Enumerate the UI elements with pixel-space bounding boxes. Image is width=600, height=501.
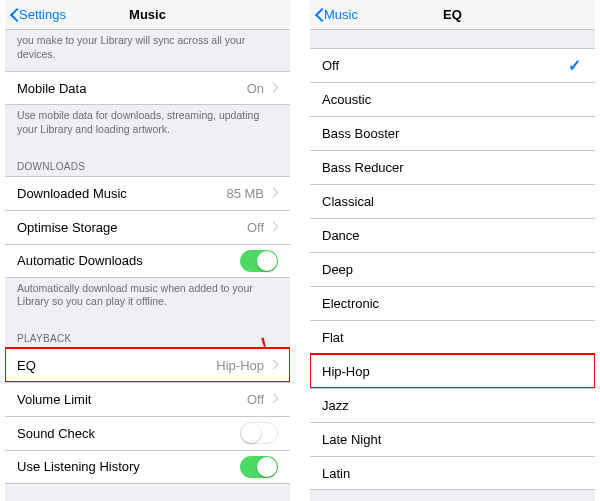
downloaded-music-row[interactable]: Downloaded Music 85 MB [5,176,290,210]
eq-label: EQ [17,358,216,373]
sound-check-label: Sound Check [17,426,240,441]
downloaded-music-label: Downloaded Music [17,186,226,201]
auto-downloads-label: Automatic Downloads [17,253,240,268]
eq-option-label: Deep [322,262,583,277]
icloud-footer: you make to your Library will sync acros… [5,30,290,71]
chevron-right-icon [270,187,278,199]
page-title: EQ [443,7,462,22]
chevron-right-icon [270,359,278,371]
back-label: Settings [19,7,66,22]
nav-bar: Settings Music [5,0,290,30]
chevron-right-icon [270,82,278,94]
eq-option-label: Bass Booster [322,126,583,141]
optimise-storage-row[interactable]: Optimise Storage Off [5,210,290,244]
eq-option-row[interactable]: Classical [310,184,595,218]
eq-option-row[interactable]: Bass Reducer [310,150,595,184]
eq-option-label: Off [322,58,568,73]
eq-option-row[interactable]: Hip-Hop [310,354,595,388]
eq-option-row[interactable]: Dance [310,218,595,252]
eq-option-label: Classical [322,194,583,209]
eq-option-row[interactable]: Jazz [310,388,595,422]
auto-downloads-toggle[interactable] [240,250,278,272]
eq-option-label: Hip-Hop [322,364,583,379]
eq-option-label: Electronic [322,296,583,311]
eq-option-row[interactable]: Flat [310,320,595,354]
eq-option-label: Flat [322,330,583,345]
page-title: Music [129,7,166,22]
eq-option-row[interactable]: Bass Booster [310,116,595,150]
mobile-data-value: On [247,81,264,96]
eq-value: Hip-Hop [216,358,264,373]
eq-option-label: Bass Reducer [322,160,583,175]
checkmark-icon: ✓ [568,56,583,75]
eq-option-label: Dance [322,228,583,243]
chevron-left-icon [9,7,19,23]
eq-row[interactable]: EQ Hip-Hop [5,348,290,382]
optimise-value: Off [247,220,264,235]
mobile-data-footer: Use mobile data for downloads, streaming… [5,105,290,146]
listening-history-toggle[interactable] [240,456,278,478]
eq-option-label: Latin [322,466,583,481]
sound-check-row[interactable]: Sound Check [5,416,290,450]
back-button[interactable]: Music [310,7,358,23]
auto-downloads-row[interactable]: Automatic Downloads [5,244,290,278]
chevron-right-icon [270,393,278,405]
nav-bar: Music EQ [310,0,595,30]
eq-option-row[interactable]: Off✓ [310,48,595,82]
listening-history-row[interactable]: Use Listening History [5,450,290,484]
eq-option-row[interactable]: Electronic [310,286,595,320]
back-button[interactable]: Settings [5,7,66,23]
eq-option-row[interactable]: Late Night [310,422,595,456]
volume-limit-label: Volume Limit [17,392,247,407]
downloads-header: DOWNLOADS [5,147,290,176]
eq-settings-screen: Music EQ ➘ Off✓AcousticBass BoosterBass … [310,0,595,501]
music-settings-screen: Settings Music you make to your Library … [5,0,290,501]
volume-limit-row[interactable]: Volume Limit Off [5,382,290,416]
listening-history-label: Use Listening History [17,459,240,474]
section-spacer [310,30,595,48]
auto-downloads-footer: Automatically download music when added … [5,278,290,319]
playback-header: PLAYBACK [5,319,290,348]
downloaded-music-value: 85 MB [226,186,264,201]
eq-options-list: Off✓AcousticBass BoosterBass ReducerClas… [310,48,595,490]
eq-option-label: Jazz [322,398,583,413]
eq-option-label: Late Night [322,432,583,447]
eq-option-row[interactable]: Latin [310,456,595,490]
optimise-label: Optimise Storage [17,220,247,235]
mobile-data-label: Mobile Data [17,81,247,96]
volume-limit-value: Off [247,392,264,407]
eq-option-row[interactable]: Acoustic [310,82,595,116]
chevron-left-icon [314,7,324,23]
mobile-data-row[interactable]: Mobile Data On [5,71,290,105]
chevron-right-icon [270,221,278,233]
eq-option-row[interactable]: Deep [310,252,595,286]
sound-check-toggle[interactable] [240,422,278,444]
eq-option-label: Acoustic [322,92,583,107]
